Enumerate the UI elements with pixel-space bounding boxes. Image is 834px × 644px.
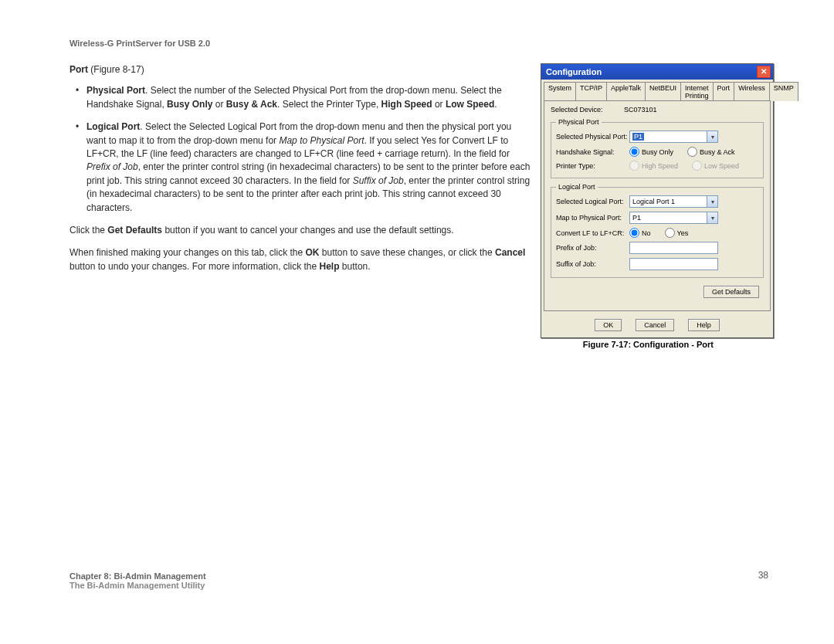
hs-busy-ack[interactable]: Busy & Ack	[687, 147, 735, 157]
config-dialog: Configuration ✕ System TCP/IP AppleTalk …	[541, 63, 774, 338]
clf-label: Convert LF to LF+CR:	[556, 229, 629, 237]
tab-snmp[interactable]: SNMP	[769, 82, 798, 101]
tab-row: System TCP/IP AppleTalk NetBEUI Internet…	[541, 80, 773, 101]
physical-port-fieldset: Physical Port Selected Physical Port: P1…	[551, 118, 764, 178]
tab-netbeui[interactable]: NetBEUI	[645, 82, 681, 101]
ok-button[interactable]: OK	[595, 319, 622, 331]
dialog-titlebar: Configuration ✕	[541, 64, 773, 80]
slp-label: Selected Logical Port:	[556, 198, 629, 205]
figure-caption: Figure 7-17: Configuration - Port	[583, 340, 714, 349]
hs-label: Handshake Signal:	[556, 148, 629, 156]
clf-yes[interactable]: Yes	[665, 228, 689, 238]
close-icon[interactable]: ✕	[757, 66, 771, 78]
slp-dropdown[interactable]: Logical Port 1▾	[629, 195, 718, 208]
chevron-down-icon: ▾	[707, 196, 717, 207]
para-ok-cancel: When finished making your changes on thi…	[70, 246, 533, 273]
mpp-label: Map to Physical Port:	[556, 214, 629, 222]
prefix-input[interactable]	[629, 242, 718, 254]
mpp-dropdown[interactable]: P1▾	[629, 212, 718, 224]
chevron-down-icon: ▾	[707, 212, 717, 223]
tab-wireless[interactable]: Wireless	[734, 82, 770, 101]
dialog-title: Configuration	[546, 67, 602, 76]
spp-dropdown[interactable]: P1▾	[629, 130, 718, 143]
bullet-logical-port: Logical Port. Select the Selected Logica…	[70, 120, 533, 215]
selected-device-value: SC073101	[624, 106, 657, 114]
tab-tcpip[interactable]: TCP/IP	[575, 82, 607, 101]
para-get-defaults: Click the Get Defaults button if you wan…	[70, 224, 533, 237]
pt-label: Printer Type:	[556, 162, 629, 170]
tab-appletalk[interactable]: AppleTalk	[606, 82, 646, 101]
prefix-label: Prefix of Job:	[556, 244, 629, 252]
pt-high-speed: High Speed	[629, 161, 678, 171]
hs-busy-only[interactable]: Busy Only	[629, 147, 673, 157]
selected-device-label: Selected Device:	[551, 106, 624, 114]
get-defaults-button[interactable]: Get Defaults	[703, 286, 759, 298]
footer: Chapter 8: Bi-Admin Management The Bi-Ad…	[70, 571, 206, 590]
main-text: Port (Figure 8-17) Physical Port. Select…	[70, 63, 533, 273]
suffix-label: Suffix of Job:	[556, 260, 629, 268]
physical-port-legend: Physical Port	[556, 118, 602, 126]
logical-port-legend: Logical Port	[556, 183, 598, 191]
help-button[interactable]: Help	[688, 319, 720, 331]
spp-label: Selected Physical Port:	[556, 133, 629, 141]
clf-no[interactable]: No	[629, 228, 651, 238]
bullet-physical-port: Physical Port. Select the number of the …	[70, 84, 533, 111]
cancel-button[interactable]: Cancel	[636, 319, 674, 331]
page-number: 38	[758, 570, 768, 581]
tab-port[interactable]: Port	[713, 82, 735, 101]
pt-low-speed: Low Speed	[692, 161, 739, 171]
suffix-input[interactable]	[629, 258, 718, 270]
tab-internet-printing[interactable]: Internet Printing	[680, 82, 714, 101]
doc-header: Wireless-G PrintServer for USB 2.0	[70, 39, 210, 48]
tab-system[interactable]: System	[544, 82, 576, 101]
port-heading: Port (Figure 8-17)	[70, 63, 533, 76]
chevron-down-icon: ▾	[707, 131, 717, 142]
logical-port-fieldset: Logical Port Selected Logical Port: Logi…	[551, 183, 764, 278]
